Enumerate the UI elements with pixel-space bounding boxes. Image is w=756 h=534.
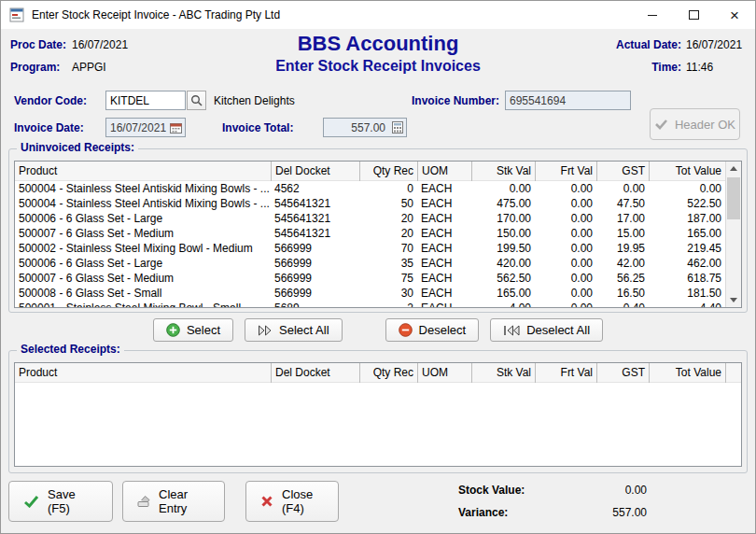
- column-header-tot-value[interactable]: Tot Value: [649, 162, 725, 181]
- table-cell: 500006 - 6 Glass Set - Large: [15, 211, 271, 226]
- column-header-stk-val[interactable]: Stk Val: [471, 162, 535, 181]
- selected-table: Product Del Docket Qty Rec UOM Stk Val F…: [14, 362, 742, 467]
- table-cell: 545641321: [271, 196, 359, 211]
- double-arrow-right-icon: [258, 325, 273, 336]
- deselect-all-button[interactable]: Deselect All: [490, 318, 603, 342]
- table-cell: 5689: [271, 301, 359, 307]
- table-row[interactable]: 500006 - 6 Glass Set - Large54564132120E…: [15, 211, 725, 226]
- table-cell: EACH: [417, 196, 471, 211]
- scrollbar-thumb[interactable]: [727, 177, 740, 219]
- table-cell: 500004 - Stainless Steel Antiskid Mixing…: [15, 196, 271, 211]
- table-cell: 17.00: [596, 211, 649, 226]
- select-all-button[interactable]: Select All: [245, 318, 342, 342]
- table-row[interactable]: 500004 - Stainless Steel Antiskid Mixing…: [15, 196, 725, 211]
- save-button[interactable]: Save (F5): [8, 481, 113, 522]
- table-row[interactable]: 500002 - Stainless Steel Mixing Bowl - M…: [15, 241, 725, 256]
- table-cell: 0.00: [535, 241, 596, 256]
- header-ok-button[interactable]: Header OK: [650, 108, 740, 140]
- select-button[interactable]: Select: [153, 318, 233, 342]
- table-cell: 20: [359, 211, 417, 226]
- invoice-number-label: Invoice Number:: [412, 94, 499, 107]
- column-header-frt-val[interactable]: Frt Val: [535, 162, 596, 181]
- table-cell: 0.00: [535, 271, 596, 286]
- select-button-label: Select: [187, 323, 220, 337]
- table-cell: -0.40: [596, 301, 649, 307]
- header-ok-label: Header OK: [675, 118, 735, 132]
- close-app-button-label: Close (F4): [282, 487, 324, 515]
- table-cell: 500007 - 6 Glass Set - Medium: [15, 226, 271, 241]
- magnifier-icon: [190, 94, 203, 106]
- table-cell: 0.00: [649, 181, 725, 196]
- column-header-del-docket[interactable]: Del Docket: [271, 363, 359, 383]
- scroll-down-button[interactable]: [726, 293, 741, 307]
- column-header-uom[interactable]: UOM: [417, 363, 471, 383]
- table-row[interactable]: 500007 - 6 Glass Set - Medium54564132120…: [15, 226, 725, 241]
- red-cross-icon: [260, 495, 273, 508]
- maximize-button[interactable]: [673, 1, 714, 29]
- table-cell: 545641321: [271, 226, 359, 241]
- table-cell: EACH: [417, 226, 471, 241]
- column-header-product[interactable]: Product: [15, 363, 271, 383]
- table-cell: 30: [359, 286, 417, 301]
- vendor-name-text: Kitchen Delights: [214, 94, 295, 107]
- double-arrow-left-icon: [503, 325, 520, 336]
- table-cell: 4562: [271, 181, 359, 196]
- column-header-del-docket[interactable]: Del Docket: [271, 162, 359, 181]
- column-header-product[interactable]: Product: [15, 162, 271, 181]
- app-window: Enter Stock Receipt Invoice - ABC Tradin…: [0, 0, 756, 534]
- vendor-code-label: Vendor Code:: [14, 94, 87, 107]
- column-header-frt-val[interactable]: Frt Val: [535, 363, 596, 383]
- uninvoiced-group-label: Uninvoiced Receipts:: [17, 141, 138, 154]
- calendar-icon: [170, 122, 182, 134]
- calculator-button[interactable]: [389, 119, 405, 135]
- actual-date-value: 16/07/2021: [686, 38, 744, 61]
- uninvoiced-table: Product Del Docket Qty Rec UOM Stk Val F…: [14, 161, 742, 308]
- vertical-scrollbar[interactable]: [725, 162, 741, 307]
- save-button-label: Save (F5): [48, 487, 98, 515]
- deselect-button[interactable]: Deselect: [385, 318, 480, 342]
- vendor-code-field[interactable]: [105, 91, 186, 110]
- vendor-lookup-button[interactable]: [187, 91, 206, 110]
- column-header-tot-value[interactable]: Tot Value: [649, 363, 725, 383]
- column-header-gst[interactable]: GST: [596, 162, 649, 181]
- table-cell: 35: [359, 256, 417, 271]
- column-header-uom[interactable]: UOM: [417, 162, 471, 181]
- table-row[interactable]: 500006 - 6 Glass Set - Large56699935EACH…: [15, 256, 725, 271]
- variance-value: 557.00: [561, 506, 647, 528]
- table-row[interactable]: 500008 - 6 Glass Set - Small56699930EACH…: [15, 286, 725, 301]
- table-cell: 475.00: [471, 196, 535, 211]
- column-header-gst[interactable]: GST: [596, 363, 649, 383]
- table-cell: 522.50: [649, 196, 725, 211]
- close-button[interactable]: ×: [714, 1, 755, 29]
- table-cell: 562.50: [471, 271, 535, 286]
- app-icon: [9, 7, 24, 22]
- table-cell: 165.00: [471, 286, 535, 301]
- table-cell: 20: [359, 226, 417, 241]
- table-cell: EACH: [417, 181, 471, 196]
- table-cell: 0: [359, 181, 417, 196]
- table-cell: 500001 - Stainless Steel Mixing Bowl - S…: [15, 301, 271, 307]
- scroll-up-button[interactable]: [726, 162, 741, 176]
- table-cell: 545641321: [271, 211, 359, 226]
- header-right: Actual Date: 16/07/2021 Time: 11:46: [616, 38, 744, 83]
- arrow-down-icon: [730, 298, 737, 302]
- minimize-button[interactable]: [632, 1, 673, 29]
- table-row[interactable]: 500007 - 6 Glass Set - Medium56699975EAC…: [15, 271, 725, 286]
- column-header-qty-rec[interactable]: Qty Rec: [359, 363, 417, 383]
- column-header-qty-rec[interactable]: Qty Rec: [359, 162, 417, 181]
- calendar-button[interactable]: [168, 119, 184, 135]
- table-row[interactable]: 500001 - Stainless Steel Mixing Bowl - S…: [15, 301, 725, 307]
- selected-table-body: [15, 383, 725, 466]
- table-row[interactable]: 500004 - Stainless Steel Antiskid Mixing…: [15, 181, 725, 196]
- table-cell: -4.40: [649, 301, 725, 307]
- table-cell: 0.00: [535, 181, 596, 196]
- table-cell: 42.00: [596, 256, 649, 271]
- column-header-stk-val[interactable]: Stk Val: [471, 363, 535, 383]
- window-title: Enter Stock Receipt Invoice - ABC Tradin…: [32, 8, 280, 21]
- close-app-button[interactable]: Close (F4): [245, 481, 339, 522]
- selected-group: Selected Receipts: Product Del Docket Qt…: [8, 350, 748, 473]
- close-icon: ×: [730, 7, 739, 23]
- actual-date-label: Actual Date:: [616, 38, 681, 61]
- clear-entry-button[interactable]: Clear Entry: [122, 481, 225, 522]
- invoice-number-field[interactable]: [505, 91, 631, 110]
